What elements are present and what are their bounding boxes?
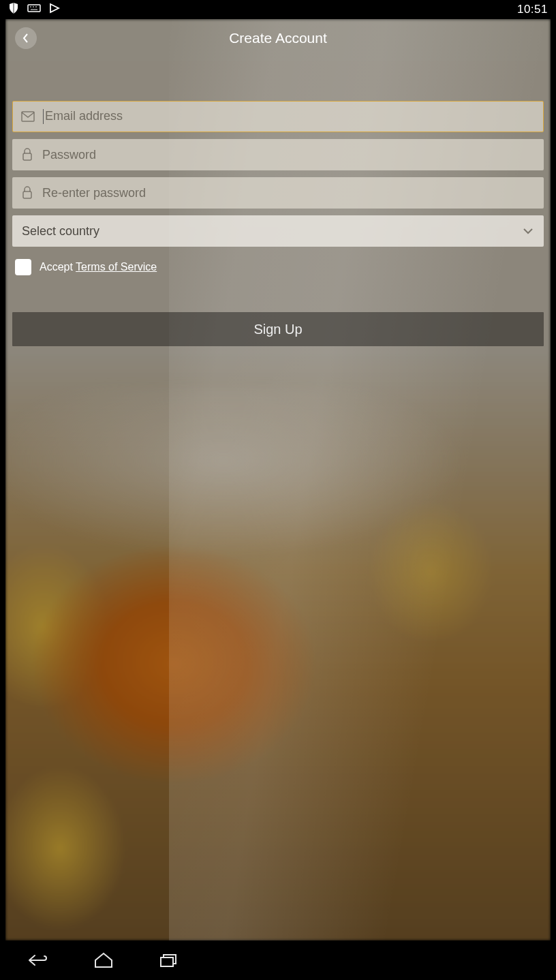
home-icon <box>93 952 114 968</box>
nav-back-button[interactable] <box>25 949 52 971</box>
reenter-password-field[interactable]: Re-enter password <box>12 177 544 209</box>
accept-label: Accept <box>40 261 73 273</box>
password-placeholder: Password <box>42 148 536 162</box>
lock-icon <box>20 148 34 162</box>
svg-rect-6 <box>23 153 31 160</box>
password-field[interactable]: Password <box>12 139 544 170</box>
system-nav-bar <box>0 940 556 980</box>
back-button[interactable] <box>15 27 37 49</box>
signup-button[interactable]: Sign Up <box>12 312 544 346</box>
terms-of-service-link[interactable]: Terms of Service <box>76 261 157 273</box>
back-icon <box>27 953 50 968</box>
status-clock: 10:51 <box>517 3 548 16</box>
lock-icon <box>20 186 34 200</box>
email-field[interactable]: Email address <box>12 101 544 132</box>
terms-row: Accept Terms of Service <box>12 259 544 275</box>
svg-rect-5 <box>22 112 34 121</box>
nav-recent-button[interactable] <box>155 949 183 971</box>
svg-rect-8 <box>161 958 173 966</box>
chevron-down-icon <box>522 227 534 235</box>
recent-apps-icon <box>159 953 179 968</box>
signup-form: Email address Password Re-enter password… <box>12 101 544 346</box>
mail-icon <box>21 111 35 122</box>
play-icon <box>49 3 60 17</box>
page-title: Create Account <box>229 30 327 46</box>
reenter-placeholder: Re-enter password <box>42 186 536 200</box>
keyboard-icon <box>27 3 41 16</box>
app-header: Create Account <box>5 19 551 57</box>
nav-home-button[interactable] <box>90 949 117 971</box>
svg-rect-7 <box>23 192 31 198</box>
status-bar: 10:51 <box>0 0 556 19</box>
shield-icon <box>8 2 19 18</box>
terms-checkbox[interactable] <box>15 259 31 275</box>
country-label: Select country <box>22 224 99 239</box>
email-placeholder: Email address <box>45 109 123 123</box>
svg-rect-0 <box>28 5 40 12</box>
country-select[interactable]: Select country <box>12 215 544 247</box>
terms-text: Accept Terms of Service <box>40 261 157 273</box>
chevron-left-icon <box>22 33 30 44</box>
